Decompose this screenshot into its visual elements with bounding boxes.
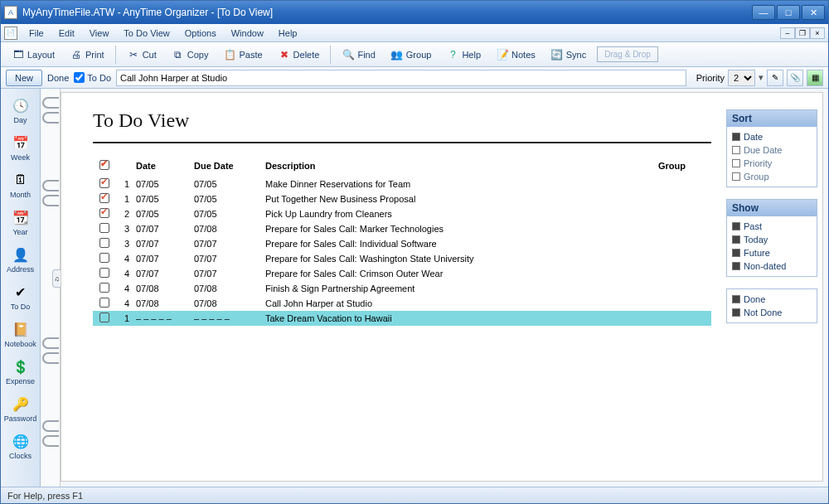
menu-window[interactable]: Window — [225, 26, 270, 41]
sort-option[interactable]: Date — [732, 130, 812, 143]
help-button[interactable]: ?Help — [440, 45, 487, 65]
sort-option[interactable]: Group — [732, 170, 812, 183]
drag-drop-button[interactable]: Drag & Drop — [597, 46, 658, 62]
menu-edit[interactable]: Edit — [52, 26, 81, 41]
nav-year[interactable]: 📆Year — [3, 204, 38, 240]
maximize-button[interactable]: □ — [777, 5, 800, 20]
new-button[interactable]: New — [6, 70, 42, 86]
mdi-close-button[interactable]: × — [810, 27, 825, 39]
delete-button[interactable]: ✖Delete — [272, 45, 326, 65]
show-option[interactable]: Future — [732, 246, 812, 259]
header-due-date[interactable]: Due Date — [194, 161, 265, 171]
row-check[interactable] — [93, 238, 116, 250]
menu-view[interactable]: View — [83, 26, 116, 41]
checkbox-icon[interactable] — [99, 208, 109, 218]
row-check[interactable] — [93, 268, 116, 279]
print-button[interactable]: 🖨Print — [64, 45, 110, 65]
nav-month[interactable]: 🗓Month — [3, 167, 38, 202]
edit-note-button[interactable]: ✎ — [767, 70, 783, 86]
header-date[interactable]: Date — [136, 161, 194, 171]
nav-expense-label: Expense — [6, 377, 35, 385]
table-row[interactable]: 307/0707/07Prepare for Sales Call: Indiv… — [93, 236, 711, 251]
checkbox-icon[interactable] — [99, 193, 109, 203]
status-option[interactable]: Not Done — [732, 306, 812, 319]
priority-dropdown-icon[interactable]: ▾ — [759, 72, 764, 83]
app-window: A MyAnyTimeFile.ATW - AnyTime Organizer … — [0, 0, 829, 504]
table-row[interactable]: 407/0707/07Prepare for Sales Call: Crims… — [93, 266, 711, 281]
show-option[interactable]: Non-dated — [732, 259, 812, 273]
notes-button[interactable]: 📝Notes — [490, 45, 541, 65]
menu-options[interactable]: Options — [178, 26, 223, 41]
nav-day[interactable]: 🕓Day — [3, 92, 38, 128]
menu-todoview[interactable]: To Do View — [117, 26, 176, 41]
checkbox-icon[interactable] — [99, 283, 109, 293]
mdi-restore-button[interactable]: ❐ — [795, 27, 810, 39]
menu-file[interactable]: File — [22, 26, 51, 41]
todo-entry-input[interactable] — [116, 70, 686, 86]
mdi-minimize-button[interactable]: – — [780, 27, 795, 39]
nav-notebook[interactable]: 📔Notebook — [3, 316, 38, 351]
header-description[interactable]: Description — [265, 161, 658, 171]
table-row[interactable]: 407/0807/08Finish & Sign Partnership Agr… — [93, 281, 711, 296]
sync-button[interactable]: 🔄Sync — [545, 45, 592, 65]
doc-icon: 📄 — [4, 27, 17, 40]
table-row[interactable]: 107/0507/05Make Dinner Reservations for … — [93, 177, 711, 191]
titlebar[interactable]: A MyAnyTimeFile.ATW - AnyTime Organizer … — [1, 1, 828, 24]
table-row[interactable]: 107/0507/05Put Together New Business Pro… — [93, 191, 711, 206]
row-priority: 1 — [116, 313, 136, 323]
option-label: Future — [744, 248, 770, 258]
find-button[interactable]: 🔍Find — [336, 45, 381, 65]
checkbox-icon[interactable] — [99, 313, 109, 322]
nav-expense[interactable]: 💲Expense — [3, 353, 38, 389]
show-option[interactable]: Today — [732, 233, 812, 246]
nav-address[interactable]: 👤Address — [3, 241, 38, 277]
row-check[interactable] — [93, 223, 116, 235]
table-row[interactable]: 207/0507/05Pick Up Laundry from Cleaners — [93, 206, 711, 221]
todo-checkbox-input[interactable] — [74, 72, 85, 83]
note-tab-icon[interactable]: ♫ — [52, 269, 61, 288]
row-check[interactable] — [93, 193, 116, 205]
row-check[interactable] — [93, 313, 116, 324]
row-check[interactable] — [93, 283, 116, 294]
todo-filter-checkbox[interactable]: To Do — [74, 72, 111, 83]
show-option[interactable]: Past — [732, 220, 812, 233]
sort-option[interactable]: Priority — [732, 157, 812, 170]
done-filter-button[interactable]: Done — [47, 73, 69, 83]
minimize-button[interactable]: — — [752, 5, 775, 20]
priority-select[interactable]: 2 — [728, 70, 755, 86]
nav-clocks[interactable]: 🌐Clocks — [3, 428, 38, 463]
checkbox-icon[interactable] — [99, 298, 109, 308]
toggle-box-icon — [732, 133, 740, 141]
close-button[interactable]: ✕ — [802, 5, 825, 20]
table-row[interactable]: 407/0807/08Call John Harper at Studio — [93, 296, 711, 311]
checkbox-icon[interactable] — [99, 268, 109, 278]
checkbox-icon[interactable] — [99, 178, 109, 188]
nav-week[interactable]: 📅Week — [3, 129, 38, 165]
group-button[interactable]: 👥Group — [385, 45, 438, 65]
nav-clocks-label: Clocks — [9, 452, 32, 460]
row-check[interactable] — [93, 253, 116, 264]
attach-button[interactable]: 📎 — [787, 70, 803, 86]
table-row[interactable]: 307/0707/08Prepare for Sales Call: Marke… — [93, 221, 711, 236]
paste-button[interactable]: 📋Paste — [217, 45, 268, 65]
layout-button[interactable]: 🗔Layout — [6, 45, 61, 65]
row-check[interactable] — [93, 178, 116, 190]
nav-password[interactable]: 🔑Password — [3, 390, 38, 426]
layout-label: Layout — [27, 50, 55, 60]
row-check[interactable] — [93, 208, 116, 220]
row-check[interactable] — [93, 298, 116, 309]
checkbox-icon[interactable] — [99, 238, 109, 248]
menu-help[interactable]: Help — [272, 26, 304, 41]
sort-option[interactable]: Due Date — [732, 143, 812, 157]
table-row[interactable]: 407/0707/07Prepare for Sales Call: Washi… — [93, 251, 711, 266]
checkbox-icon[interactable] — [99, 223, 109, 233]
help-label: Help — [462, 50, 481, 60]
category-button[interactable]: ▦ — [807, 70, 823, 86]
status-option[interactable]: Done — [732, 293, 812, 306]
copy-button[interactable]: ⧉Copy — [166, 45, 215, 65]
nav-todo[interactable]: ✔To Do — [3, 279, 38, 314]
cut-button[interactable]: ✂Cut — [121, 45, 162, 65]
header-group[interactable]: Group — [658, 161, 711, 171]
table-row[interactable]: 1– – – – –– – – – –Take Dream Vacation t… — [93, 311, 711, 326]
checkbox-icon[interactable] — [99, 253, 109, 263]
